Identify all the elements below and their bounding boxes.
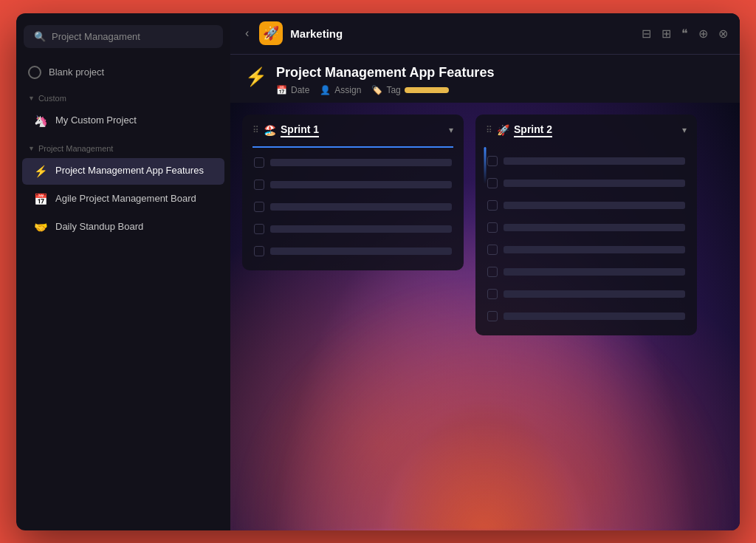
page-header: ⚡ Project Management App Features 📅 Date…: [230, 55, 740, 103]
task-checkbox[interactable]: [487, 311, 498, 321]
sidebar: 🔍 Project Managament Blank project ▼ Cus…: [16, 13, 230, 530]
search-icon: 🔍: [34, 31, 46, 42]
task-row: [486, 174, 687, 192]
top-bar-actions: ⊟ ⊞ ❝ ⊕ ⊗: [642, 27, 728, 41]
tag-pill: [405, 87, 449, 93]
task-checkbox[interactable]: [487, 222, 498, 233]
app-container: 🔍 Project Managament Blank project ▼ Cus…: [16, 13, 740, 530]
task-text-line: [504, 313, 685, 320]
task-row: [486, 285, 687, 303]
task-text-line: [270, 181, 452, 188]
tag-icon: 🏷️: [371, 85, 382, 95]
section-custom: ▼ Custom: [16, 85, 230, 107]
task-text-line: [504, 268, 685, 276]
workspace-icon: 🚀: [259, 21, 283, 45]
sidebar-item-pm-app-features[interactable]: ⚡ Project Management App Features: [22, 158, 224, 185]
section-pm-label: Project Management: [38, 144, 114, 153]
task-checkbox[interactable]: [254, 157, 264, 168]
sidebar-item-agile-board[interactable]: 📅 Agile Project Management Board: [22, 186, 224, 213]
sprint-2-drag-handle[interactable]: ⠿: [486, 125, 492, 135]
assign-label: Assign: [334, 85, 361, 95]
standup-label: Daily Standup Board: [55, 221, 143, 233]
task-row: [252, 242, 453, 260]
sprint-1-label: Sprint 1: [281, 123, 319, 137]
sprint-2-header: ⠿ 🚀 Sprint 2 ▾: [475, 115, 697, 146]
task-text-line: [270, 159, 452, 166]
sprint-1-drag-handle[interactable]: ⠿: [252, 125, 259, 135]
task-row: [486, 241, 687, 259]
sprint-2-title: 🚀 Sprint 2: [497, 123, 678, 137]
sprint-2-column: ⠿ 🚀 Sprint 2 ▾: [475, 115, 697, 335]
task-row: [486, 263, 687, 281]
standup-icon: 🤝: [34, 221, 48, 234]
action-grid-icon[interactable]: ⊞: [662, 27, 671, 41]
top-bar: ‹ 🚀 Marketing ⊟ ⊞ ❝ ⊕ ⊗: [230, 13, 740, 55]
custom-project-label: My Custom Project: [55, 115, 137, 127]
task-text-line: [504, 202, 685, 209]
sprint-2-label: Sprint 2: [514, 123, 552, 137]
pm-app-icon: ⚡: [34, 165, 48, 178]
main-content: ‹ 🚀 Marketing ⊟ ⊞ ❝ ⊕ ⊗ ⚡ Project Manage…: [230, 13, 740, 530]
task-checkbox[interactable]: [254, 246, 264, 256]
blank-project-icon: [28, 66, 41, 79]
task-row: [486, 152, 687, 170]
pm-app-label: Project Management App Features: [55, 165, 204, 177]
sprint-1-dropdown[interactable]: ▾: [449, 125, 453, 135]
date-icon: 📅: [276, 85, 287, 95]
task-checkbox[interactable]: [487, 200, 498, 211]
task-checkbox[interactable]: [487, 289, 498, 299]
section-arrow-pm: ▼: [28, 145, 35, 152]
task-row: [252, 220, 453, 238]
task-text-line: [504, 157, 685, 165]
task-text-line: [270, 247, 452, 255]
sprint-1-title: 🏖️ Sprint 1: [264, 123, 444, 137]
task-row: [486, 219, 687, 236]
task-text-line: [504, 224, 685, 231]
agile-label: Agile Project Management Board: [55, 193, 196, 205]
scroll-indicator: [484, 147, 487, 184]
task-text-line: [270, 203, 452, 211]
task-checkbox[interactable]: [254, 224, 264, 234]
agile-icon: 📅: [34, 193, 48, 206]
assign-icon: 👤: [320, 85, 331, 95]
section-custom-label: Custom: [38, 94, 66, 103]
meta-assign[interactable]: 👤 Assign: [320, 85, 361, 95]
task-checkbox[interactable]: [254, 202, 264, 212]
tag-label: Tag: [386, 85, 400, 95]
page-meta: 📅 Date 👤 Assign 🏷️ Tag: [276, 85, 494, 95]
task-text-line: [270, 225, 452, 233]
date-label: Date: [291, 85, 309, 95]
section-arrow-custom: ▼: [28, 95, 35, 102]
action-more-icon[interactable]: ❝: [681, 27, 688, 41]
blank-project-label: Blank project: [49, 66, 104, 78]
task-checkbox[interactable]: [254, 180, 264, 190]
sidebar-item-my-custom-project[interactable]: 🦄 My Custom Project: [22, 108, 224, 134]
task-row: [252, 198, 453, 216]
task-row: [252, 154, 453, 171]
task-checkbox[interactable]: [487, 156, 498, 166]
action-layout-icon[interactable]: ⊟: [642, 27, 651, 41]
sprint-1-header: ⠿ 🏖️ Sprint 1 ▾: [242, 115, 464, 146]
page-header-content: Project Management App Features 📅 Date 👤…: [276, 65, 494, 95]
sprint-2-icon: 🚀: [497, 124, 509, 136]
meta-date[interactable]: 📅 Date: [276, 85, 309, 95]
sprint-1-column: ⠿ 🏖️ Sprint 1 ▾: [242, 115, 464, 270]
action-share-icon[interactable]: ⊗: [718, 27, 728, 41]
sprint-2-dropdown[interactable]: ▾: [682, 125, 687, 135]
back-button[interactable]: ‹: [242, 24, 252, 43]
search-bar[interactable]: 🔍 Project Managament: [24, 25, 223, 48]
task-checkbox[interactable]: [487, 267, 498, 277]
task-text-line: [504, 290, 685, 298]
sidebar-item-standup-board[interactable]: 🤝 Daily Standup Board: [22, 214, 224, 241]
workspace-name: Marketing: [290, 27, 343, 40]
task-checkbox[interactable]: [487, 245, 498, 255]
custom-project-icon: 🦄: [34, 115, 48, 128]
task-row: [252, 176, 453, 194]
action-add-icon[interactable]: ⊕: [698, 27, 708, 41]
task-checkbox[interactable]: [487, 178, 498, 188]
page-title: Project Management App Features: [276, 65, 494, 81]
task-row: [486, 197, 687, 214]
task-text-line: [504, 180, 685, 187]
blank-project-item[interactable]: Blank project: [16, 60, 230, 85]
meta-tag[interactable]: 🏷️ Tag: [371, 85, 448, 95]
